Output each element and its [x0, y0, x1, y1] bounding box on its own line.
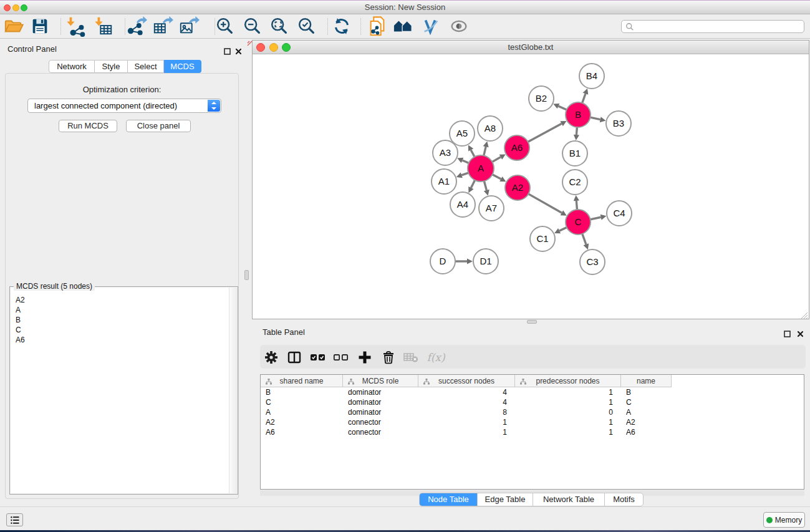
- node-C[interactable]: C: [566, 210, 591, 235]
- delete-table-icon[interactable]: [403, 349, 419, 365]
- network-from-clipboard-icon[interactable]: [366, 15, 388, 37]
- network-maximize-traffic-light[interactable]: [282, 43, 291, 52]
- edge-A2-C[interactable]: [528, 194, 562, 213]
- node-A2[interactable]: A2: [505, 175, 530, 200]
- table-cell[interactable]: 1: [515, 427, 621, 437]
- node-A4[interactable]: A4: [450, 192, 475, 217]
- table-row[interactable]: Cdominator41C: [261, 397, 804, 407]
- table-cell[interactable]: dominator: [343, 397, 418, 407]
- window-resize-grip[interactable]: [801, 311, 808, 318]
- tab-motifs[interactable]: Motifs: [604, 493, 643, 506]
- table-cell[interactable]: 1: [418, 427, 515, 437]
- show-graphics-details-icon[interactable]: [420, 15, 442, 37]
- mcds-result-item[interactable]: A2: [16, 295, 237, 305]
- import-network-icon[interactable]: [64, 15, 87, 37]
- node-A[interactable]: A: [468, 155, 494, 181]
- deselect-all-icon[interactable]: [333, 349, 349, 365]
- zoom-fit-icon[interactable]: [268, 15, 291, 37]
- table-cell[interactable]: C: [261, 397, 343, 407]
- trash-icon[interactable]: [380, 349, 397, 365]
- table-cell[interactable]: C: [621, 397, 672, 407]
- edge-A-A3[interactable]: [462, 160, 468, 163]
- export-table-icon[interactable]: [152, 15, 174, 37]
- function-builder-icon[interactable]: f(x): [425, 349, 446, 365]
- edge-B-B2[interactable]: [558, 106, 566, 110]
- tab-edge-table[interactable]: Edge Table: [477, 493, 533, 506]
- table-cell[interactable]: A: [621, 407, 672, 417]
- table-cell[interactable]: 8: [418, 407, 515, 417]
- table-cell[interactable]: 4: [418, 397, 515, 407]
- maximize-traffic-light[interactable]: [21, 4, 27, 11]
- node-C1[interactable]: C1: [530, 226, 555, 251]
- edge-C-C1[interactable]: [559, 228, 567, 231]
- edge-B-B3[interactable]: [591, 117, 600, 119]
- node-B4[interactable]: B4: [579, 64, 604, 89]
- column-header-successor-nodes[interactable]: successor nodes: [418, 375, 515, 387]
- table-row[interactable]: A2connector11A2: [261, 417, 804, 427]
- edge-B-B1[interactable]: [576, 127, 577, 135]
- zoom-selected-icon[interactable]: [296, 15, 318, 37]
- frame-resize-corner[interactable]: [247, 38, 253, 44]
- node-A8[interactable]: A8: [478, 116, 503, 141]
- first-neighbors-icon[interactable]: [392, 15, 415, 37]
- table-cell[interactable]: connector: [343, 417, 418, 427]
- table-cell[interactable]: 1: [515, 387, 621, 397]
- table-cell[interactable]: A6: [621, 427, 672, 437]
- table-row[interactable]: A6connector11A6: [261, 427, 804, 437]
- network-canvas[interactable]: AA1A2A3A4A5A6A7A8BB1B2B3B4CC1C2C3C4DD1: [253, 54, 809, 319]
- horizontal-splitter-handle[interactable]: [527, 320, 537, 324]
- table-cell[interactable]: A2: [261, 417, 343, 427]
- table-cell[interactable]: dominator: [343, 387, 418, 397]
- node-A3[interactable]: A3: [433, 140, 458, 165]
- edge-A-A6[interactable]: [492, 157, 501, 162]
- table-cell[interactable]: 0: [515, 407, 621, 417]
- table-cell[interactable]: 4: [418, 387, 515, 397]
- column-header-name[interactable]: name: [621, 375, 672, 387]
- edge-A-A1[interactable]: [461, 173, 468, 175]
- mcds-result-item[interactable]: C: [16, 325, 237, 335]
- node-D[interactable]: D: [430, 249, 455, 274]
- table-cell[interactable]: 1: [515, 417, 621, 427]
- float-panel-icon[interactable]: [224, 46, 231, 53]
- edge-A-A4[interactable]: [471, 180, 475, 188]
- edge-C-C2[interactable]: [576, 201, 577, 210]
- run-mcds-button[interactable]: Run MCDS: [59, 120, 117, 132]
- node-C4[interactable]: C4: [607, 201, 632, 226]
- node-A7[interactable]: A7: [479, 196, 504, 221]
- optimization-criterion-select[interactable]: largest connected component (directed): [27, 99, 221, 113]
- search-box[interactable]: [621, 20, 804, 33]
- node-C3[interactable]: C3: [580, 249, 605, 274]
- table-cell[interactable]: connector: [343, 427, 418, 437]
- columns-icon[interactable]: [286, 349, 302, 365]
- table-cell[interactable]: B: [621, 387, 672, 397]
- mcds-result-item[interactable]: A6: [16, 335, 237, 345]
- column-header-shared-name[interactable]: shared name: [261, 375, 343, 387]
- zoom-out-icon[interactable]: [241, 15, 264, 37]
- edge-A-A7[interactable]: [484, 181, 486, 190]
- close-panel-button[interactable]: Close panel: [126, 120, 191, 132]
- node-D1[interactable]: D1: [473, 249, 498, 274]
- vertical-splitter-handle[interactable]: [244, 270, 249, 280]
- save-session-icon[interactable]: [29, 15, 51, 37]
- table-cell[interactable]: 1: [515, 397, 621, 407]
- column-header-MCDS-role[interactable]: MCDS role: [343, 375, 418, 387]
- tab-network-table[interactable]: Network Table: [533, 493, 604, 506]
- tab-select[interactable]: Select: [128, 60, 164, 73]
- zoom-in-icon[interactable]: [214, 15, 236, 37]
- export-network-icon[interactable]: [125, 15, 148, 37]
- table-cell[interactable]: A6: [261, 427, 343, 437]
- table-cell[interactable]: B: [261, 387, 343, 397]
- task-history-button[interactable]: [6, 513, 23, 526]
- close-panel-icon[interactable]: [235, 46, 242, 53]
- close-traffic-light[interactable]: [4, 4, 11, 11]
- table-close-panel-icon[interactable]: [797, 329, 804, 336]
- node-B2[interactable]: B2: [529, 86, 554, 111]
- node-A1[interactable]: A1: [432, 169, 456, 194]
- search-input[interactable]: [634, 21, 804, 32]
- tab-mcds[interactable]: MCDS: [164, 60, 201, 73]
- edge-A-A8[interactable]: [484, 147, 486, 155]
- edge-C-C4[interactable]: [591, 217, 601, 220]
- table-cell[interactable]: dominator: [343, 407, 418, 417]
- mcds-result-item[interactable]: B: [16, 315, 237, 325]
- table-cell[interactable]: A: [261, 407, 343, 417]
